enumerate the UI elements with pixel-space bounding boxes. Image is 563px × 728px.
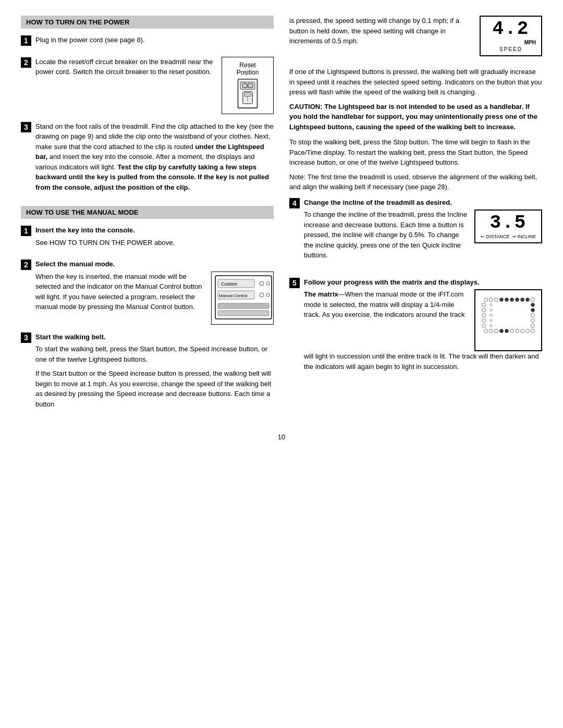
manual-step2-content: Select the manual mode. When the key is … <box>35 259 274 325</box>
svg-point-29 <box>531 303 535 307</box>
turn-on-power-section: HOW TO TURN ON THE POWER 1 Plug in the p… <box>21 16 274 196</box>
manual-step3-number: 3 <box>21 332 31 343</box>
svg-point-10 <box>260 281 264 286</box>
svg-point-23 <box>510 298 514 302</box>
step2-text: Locate the reset/off circuit breaker on … <box>35 57 216 77</box>
svg-point-38 <box>484 329 488 333</box>
svg-point-20 <box>495 298 498 302</box>
manual-step1-content: Insert the key into the console. See HOW… <box>35 225 274 252</box>
step2-content: Locate the reset/off circuit breaker on … <box>35 57 274 114</box>
manual-mode-section: HOW TO USE THE MANUAL MODE 1 Insert the … <box>21 206 274 413</box>
step1-number: 1 <box>21 35 31 46</box>
svg-point-50 <box>490 314 493 317</box>
reset-position-icon <box>235 78 261 109</box>
manual-step1-text: See HOW TO TURN ON THE POWER above. <box>35 238 274 248</box>
svg-point-11 <box>266 282 270 285</box>
step4-text-block: To change the incline of the treadmill, … <box>304 209 468 265</box>
incline-display: 3.5 ⇐ DISTANCE ⇒ INCLINE <box>474 209 542 243</box>
svg-point-40 <box>495 329 498 333</box>
reset-position-image: ResetPosition <box>222 57 274 114</box>
manual-step2-number: 2 <box>21 260 31 270</box>
manual-step1: 1 Insert the key into the console. See H… <box>21 225 274 252</box>
svg-point-19 <box>489 298 493 302</box>
incline-value: 3.5 <box>481 214 536 232</box>
svg-point-24 <box>516 298 519 302</box>
svg-point-47 <box>531 329 535 333</box>
step5-text1: The matrix—When the manual mode or the i… <box>304 289 468 320</box>
speed-label: SPEED <box>486 46 536 52</box>
step5-heading: Follow your progress with the matrix and… <box>304 277 542 288</box>
console-svg: Custom Manual Control <box>215 275 272 319</box>
step4-with-display: To change the incline of the treadmill, … <box>304 209 542 265</box>
step4-content: Change the incline of the treadmill as d… <box>304 198 542 270</box>
reset-position-label: ResetPosition <box>237 61 259 76</box>
manual-step3-text: To start the walking belt, press the Sta… <box>35 344 274 364</box>
right-para2: If one of the Lightspeed buttons is pres… <box>289 67 542 97</box>
svg-point-27 <box>531 298 535 302</box>
svg-point-14 <box>260 293 264 297</box>
manual-step3-content: Start the walking belt. To start the wal… <box>35 332 274 414</box>
step5-matrix: 5 Follow your progress with the matrix a… <box>289 277 542 376</box>
step2-text-block: Locate the reset/off circuit breaker on … <box>35 57 216 81</box>
step4-incline: 4 Change the incline of the treadmill as… <box>289 198 542 270</box>
svg-rect-3 <box>248 83 253 88</box>
svg-point-43 <box>510 329 514 333</box>
distance-label: ⇐ DISTANCE <box>481 234 509 239</box>
manual-step1-number: 1 <box>21 226 31 236</box>
matrix-display <box>474 289 542 351</box>
manual-mode-header: HOW TO USE THE MANUAL MODE <box>21 206 274 219</box>
svg-point-48 <box>490 304 493 306</box>
manual-step1-heading: Insert the key into the console. <box>35 225 274 236</box>
svg-point-44 <box>516 329 519 333</box>
svg-point-15 <box>266 293 270 297</box>
step2-number: 2 <box>21 57 31 68</box>
svg-point-52 <box>490 325 493 327</box>
step4-text: To change the incline of the treadmill, … <box>304 209 468 261</box>
svg-point-26 <box>526 298 530 302</box>
svg-point-32 <box>482 314 486 317</box>
step2-with-image: Locate the reset/off circuit breaker on … <box>35 57 274 114</box>
turn-on-power-header: HOW TO TURN ON THE POWER <box>21 16 274 29</box>
console-image: Custom Manual Control <box>211 272 274 325</box>
right-column: is pressed, the speed setting will chang… <box>289 16 542 423</box>
step2-turn-on: 2 Locate the reset/off circuit breaker o… <box>21 57 274 114</box>
svg-point-36 <box>482 324 486 328</box>
matrix-svg <box>479 293 541 346</box>
speed-display: 4.2 MPH SPEED <box>480 16 542 56</box>
svg-point-31 <box>531 309 535 312</box>
step3-text: Stand on the foot rails of the treadmill… <box>35 121 274 193</box>
svg-rect-5 <box>244 92 251 96</box>
svg-point-33 <box>531 314 535 317</box>
svg-point-41 <box>500 329 504 333</box>
manual-step3-heading: Start the walking belt. <box>35 332 274 342</box>
caution-para: CAUTION: The Lightspeed bar is not inten… <box>289 102 542 132</box>
svg-point-45 <box>521 329 524 333</box>
svg-point-51 <box>490 319 493 322</box>
step3-number: 3 <box>21 122 31 132</box>
step5-number: 5 <box>289 278 300 288</box>
svg-point-18 <box>484 298 488 302</box>
step4-number: 4 <box>289 198 300 208</box>
svg-point-28 <box>482 303 486 307</box>
right-para4: Note: The first time the treadmill is us… <box>289 172 542 192</box>
step5-text-block: The matrix—When the manual mode or the i… <box>304 289 468 324</box>
right-top-para1: is pressed, the speed setting will chang… <box>289 16 472 46</box>
svg-point-22 <box>505 298 509 302</box>
incline-labels: ⇐ DISTANCE ⇒ INCLINE <box>481 234 536 239</box>
svg-point-35 <box>531 319 535 323</box>
right-top-text: is pressed, the speed setting will chang… <box>289 16 472 51</box>
svg-text:Manual Control: Manual Control <box>219 293 247 298</box>
matrix-heading: The matrix <box>304 290 338 298</box>
svg-point-37 <box>531 324 535 328</box>
manual-step2-with-image: When the key is inserted, the manual mod… <box>35 272 274 325</box>
svg-point-34 <box>482 319 486 323</box>
manual-step3-text2: If the Start button or the Speed increas… <box>35 368 274 409</box>
svg-point-30 <box>482 309 486 312</box>
step5-with-matrix: The matrix—When the manual mode or the i… <box>304 289 542 351</box>
manual-step2: 2 Select the manual mode. When the key i… <box>21 259 274 325</box>
speed-value: 4.2 <box>486 20 536 39</box>
svg-point-46 <box>526 329 530 333</box>
step1-content: Plug in the power cord (see page 8). <box>35 35 274 50</box>
svg-point-21 <box>500 298 504 302</box>
speed-unit: MPH <box>486 40 536 45</box>
